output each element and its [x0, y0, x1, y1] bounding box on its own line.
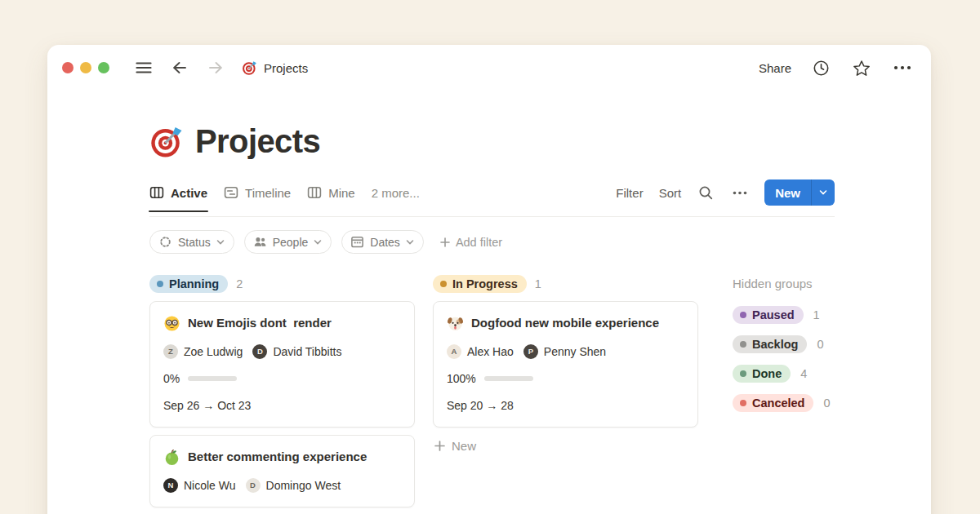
- page-emoji-dartboard-icon: [149, 125, 184, 159]
- card-new-emojis[interactable]: New Emojis dont render Z Zoe Ludwig D Da…: [149, 301, 415, 428]
- breadcrumb[interactable]: Projects: [242, 60, 308, 76]
- back-arrow-icon: [172, 60, 188, 75]
- page-title-row: Projects: [149, 123, 835, 160]
- avatar: D: [252, 344, 267, 359]
- people-filter-chip[interactable]: People: [244, 230, 332, 254]
- plus-icon: [434, 441, 445, 451]
- plus-icon: [440, 237, 450, 247]
- card-dogfood-mobile[interactable]: Dogfood new mobile experience A Alex Hao…: [433, 301, 698, 428]
- group-pill-done[interactable]: Done: [733, 365, 791, 383]
- filter-button[interactable]: Filter: [616, 186, 643, 200]
- hidden-groups-header: Hidden groups: [733, 277, 831, 290]
- status-dot: [440, 281, 447, 287]
- back-button[interactable]: [170, 59, 189, 77]
- card-title: Better commenting experience: [188, 448, 367, 466]
- minimize-window-button[interactable]: [80, 62, 91, 73]
- date-range: Sep 26 → Oct 23: [163, 397, 401, 414]
- hidden-group-paused: Paused 1: [733, 306, 831, 324]
- group-pill-in-progress[interactable]: In Progress: [433, 275, 527, 293]
- status-filter-chip[interactable]: Status: [149, 230, 234, 254]
- progress-label: 0%: [163, 371, 180, 386]
- status-dot: [740, 400, 746, 406]
- ellipsis-icon: [893, 65, 911, 70]
- people-icon: [253, 235, 267, 249]
- hamburger-icon: [136, 60, 152, 75]
- timeline-view-icon: [224, 185, 238, 200]
- sidebar-menu-button[interactable]: [134, 59, 154, 77]
- tab-mine[interactable]: Mine: [307, 185, 355, 200]
- group-pill-canceled[interactable]: Canceled: [733, 394, 813, 412]
- updates-button[interactable]: [811, 58, 831, 78]
- tab-label: 2 more...: [372, 186, 420, 200]
- tab-label: Mine: [328, 186, 355, 200]
- person-domingo-west: D Domingo West: [246, 477, 341, 494]
- person-name: Alex Hao: [467, 343, 514, 360]
- column-planning: Planning 2 N: [149, 275, 415, 514]
- avatar: P: [523, 344, 538, 359]
- group-count: 4: [800, 367, 807, 380]
- maximize-window-button[interactable]: [98, 62, 109, 73]
- group-pill-planning[interactable]: Planning: [149, 275, 228, 293]
- group-count: 0: [823, 397, 830, 410]
- person-name: Penny Shen: [544, 343, 606, 360]
- group-label: Done: [752, 367, 782, 380]
- group-pill-paused[interactable]: Paused: [733, 306, 804, 324]
- person-david-tibbitts: D David Tibbitts: [252, 343, 341, 360]
- tab-active[interactable]: Active: [149, 185, 207, 200]
- star-icon: [853, 60, 871, 77]
- progress-label: 100%: [447, 371, 476, 386]
- hidden-group-backlog: Backlog 0: [733, 335, 831, 353]
- chevron-down-icon: [216, 239, 225, 246]
- tab-timeline[interactable]: Timeline: [224, 185, 291, 200]
- person-name: David Tibbitts: [273, 343, 341, 360]
- tab-more-views[interactable]: 2 more...: [372, 186, 420, 200]
- column-in-progress: In Progress 1: [433, 275, 698, 453]
- page-title: Projects: [195, 123, 320, 160]
- tab-label: Timeline: [245, 186, 291, 200]
- avatar: D: [246, 478, 261, 493]
- group-count: 2: [236, 277, 243, 290]
- card-better-commenting[interactable]: Better commenting experience N Nicole Wu…: [149, 435, 415, 507]
- hidden-group-done: Done 4: [733, 365, 831, 383]
- search-icon: [698, 185, 714, 201]
- view-options-button[interactable]: [731, 189, 749, 197]
- person-nicole-wu: N Nicole Wu: [163, 477, 236, 494]
- add-filter-button[interactable]: Add filter: [440, 236, 502, 249]
- group-label: Backlog: [752, 338, 798, 351]
- calendar-icon: [350, 235, 364, 249]
- person-zoe-ludwig: Z Zoe Ludwig: [163, 343, 243, 360]
- person-name: Zoe Ludwig: [184, 343, 243, 360]
- person-name: Nicole Wu: [184, 477, 236, 494]
- search-button[interactable]: [697, 184, 715, 202]
- dartboard-emoji-icon: [242, 60, 257, 76]
- new-dropdown-button[interactable]: [811, 179, 835, 206]
- chip-label: People: [273, 236, 309, 249]
- breadcrumb-title: Projects: [264, 61, 308, 75]
- close-window-button[interactable]: [62, 62, 74, 73]
- person-penny-shen: P Penny Shen: [523, 343, 606, 360]
- status-dot: [157, 281, 163, 287]
- chevron-down-icon: [819, 189, 827, 196]
- filter-bar: Status People Dates: [149, 230, 835, 254]
- dates-filter-chip[interactable]: Dates: [341, 230, 424, 254]
- person-alex-hao: A Alex Hao: [447, 343, 514, 360]
- new-button[interactable]: New: [764, 179, 811, 206]
- kanban-board: Planning 2 N: [149, 275, 835, 514]
- date-range: Sep 20 → 28: [447, 397, 684, 414]
- group-count: 1: [813, 308, 820, 321]
- group-label: In Progress: [452, 277, 518, 290]
- forward-button[interactable]: [206, 59, 225, 77]
- share-button[interactable]: Share: [759, 61, 791, 75]
- group-pill-backlog[interactable]: Backlog: [733, 335, 807, 353]
- more-options-button[interactable]: [892, 64, 913, 72]
- sort-button[interactable]: Sort: [659, 186, 682, 200]
- favorite-button[interactable]: [851, 58, 872, 78]
- progress-bar: [188, 376, 237, 381]
- avatar: Z: [163, 344, 178, 359]
- new-card-button[interactable]: New: [433, 439, 476, 453]
- tab-label: Active: [171, 186, 207, 200]
- card-title: New Emojis dont render: [188, 314, 332, 332]
- view-tabs-row: Active Timeline Mine 2 more... Filter So…: [149, 179, 835, 217]
- app-window: Projects Share: [47, 45, 931, 514]
- status-burst-icon: [158, 235, 172, 249]
